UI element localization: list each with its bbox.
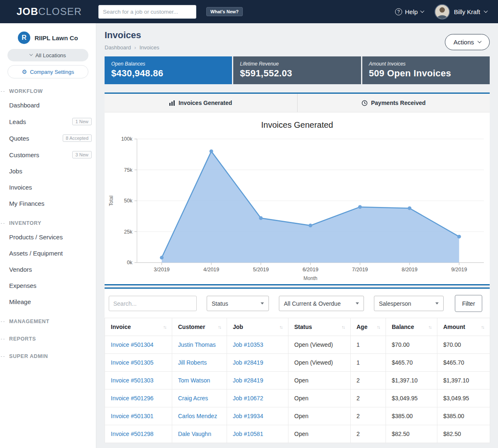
user-menu[interactable]: Billy Kraft bbox=[435, 4, 487, 19]
column-label: Status bbox=[294, 324, 312, 330]
table-row: Invoice #501304 Justin Thomas Job #10353… bbox=[105, 336, 490, 354]
sidebar-item-label: Expenses bbox=[9, 282, 37, 289]
sidebar: R RIIPL Lawn Co All Locations ⚙ Company … bbox=[0, 23, 96, 448]
column-header-invoice[interactable]: Invoice↑↓ bbox=[105, 318, 172, 336]
caret-down-icon bbox=[261, 302, 264, 304]
svg-text:4/2019: 4/2019 bbox=[203, 267, 219, 273]
svg-text:0k: 0k bbox=[127, 260, 133, 265]
customer-cell: Tom Watson bbox=[172, 372, 227, 390]
job-cell: Job #28419 bbox=[227, 354, 288, 372]
amount-cell: $1,397.10 bbox=[437, 372, 490, 390]
tab-invoices-generated[interactable]: Invoices Generated bbox=[105, 94, 297, 112]
customer-cell: Justin Thomas bbox=[172, 336, 227, 354]
invoice-cell: Invoice #501304 bbox=[105, 336, 172, 354]
column-header-job[interactable]: Job↑↓ bbox=[227, 318, 288, 336]
section-label: MANAGEMENT bbox=[9, 319, 49, 324]
current-overdue-select[interactable]: All Current & Overdue bbox=[279, 296, 364, 311]
amount-cell: $465.70 bbox=[437, 354, 490, 372]
customer-link[interactable]: Carlos Mendez bbox=[178, 413, 217, 419]
invoice-link[interactable]: Invoice #501301 bbox=[111, 413, 154, 419]
company-settings-button[interactable]: ⚙ Company Settings bbox=[7, 65, 88, 78]
actions-button[interactable]: Actions bbox=[445, 34, 490, 50]
filter-button[interactable]: Filter bbox=[455, 295, 482, 312]
svg-text:7/2019: 7/2019 bbox=[352, 267, 368, 273]
customer-link[interactable]: Tom Watson bbox=[178, 377, 210, 384]
svg-text:50k: 50k bbox=[124, 198, 133, 204]
job-link[interactable]: Job #28419 bbox=[233, 377, 263, 384]
sort-icon[interactable]: ↑↓ bbox=[163, 324, 166, 329]
invoice-link[interactable]: Invoice #501304 bbox=[111, 341, 154, 348]
sidebar-item-quotes[interactable]: Quotes8 Accepted bbox=[0, 130, 96, 146]
sidebar-item-invoices[interactable]: Invoices bbox=[0, 179, 96, 195]
svg-text:9/2019: 9/2019 bbox=[451, 267, 467, 273]
sort-icon[interactable]: ↑↓ bbox=[279, 324, 282, 329]
whats-new-button[interactable]: What's New? bbox=[206, 7, 243, 16]
customer-link[interactable]: Craig Acres bbox=[178, 395, 208, 402]
sidebar-item-jobs[interactable]: Jobs bbox=[0, 163, 96, 179]
sidebar-item-customers[interactable]: Customers3 New bbox=[0, 146, 96, 163]
section-label: INVENTORY bbox=[9, 220, 42, 226]
tab-payments-received[interactable]: Payments Received bbox=[297, 94, 490, 112]
customer-link[interactable]: Jill Roberts bbox=[178, 359, 207, 366]
job-link[interactable]: Job #10672 bbox=[233, 395, 263, 402]
clock-icon bbox=[361, 100, 368, 106]
job-link[interactable]: Job #28419 bbox=[233, 359, 263, 366]
job-link[interactable]: Job #10353 bbox=[233, 341, 263, 348]
column-header-customer[interactable]: Customer↑↓ bbox=[172, 318, 227, 336]
locations-dropdown[interactable]: All Locations bbox=[7, 49, 88, 61]
age-cell: 2 bbox=[351, 407, 386, 425]
table-filters: Status All Current & Overdue Salesperson… bbox=[105, 289, 490, 318]
invoice-link[interactable]: Invoice #501296 bbox=[111, 395, 154, 402]
sidebar-item-vendors[interactable]: Vendors bbox=[0, 261, 96, 278]
sidebar-item-label: Dashboard bbox=[9, 102, 39, 109]
sidebar-item-leads[interactable]: Leads1 New bbox=[0, 113, 96, 130]
sidebar-item-dashboard[interactable]: Dashboard bbox=[0, 97, 96, 113]
sidebar-item-mileage[interactable]: Mileage bbox=[0, 294, 96, 310]
salesperson-select[interactable]: Salesperson bbox=[374, 296, 444, 311]
sidebar-section-inventory[interactable]: INVENTORY bbox=[0, 217, 96, 229]
company-switcher[interactable]: R RIIPL Lawn Co bbox=[0, 29, 96, 49]
column-header-balance[interactable]: Balance↑↓ bbox=[386, 318, 437, 336]
sidebar-item-my-finances[interactable]: My Finances bbox=[0, 195, 96, 212]
sidebar-section-reports[interactable]: REPORTS bbox=[0, 333, 96, 345]
avatar-silhouette-icon bbox=[435, 5, 449, 19]
chevron-down-icon bbox=[420, 9, 424, 13]
sidebar-item-expenses[interactable]: Expenses bbox=[0, 278, 96, 294]
column-header-amount[interactable]: Amount↑↓ bbox=[437, 318, 490, 336]
customer-link[interactable]: Justin Thomas bbox=[178, 341, 216, 348]
stat-value: 509 Open Invoices bbox=[369, 68, 483, 79]
invoice-link[interactable]: Invoice #501305 bbox=[111, 359, 154, 366]
status-select[interactable]: Status bbox=[207, 296, 269, 311]
sort-icon[interactable]: ↑↓ bbox=[428, 324, 431, 329]
customer-link[interactable]: Dale Vaughn bbox=[178, 431, 211, 437]
column-header-age[interactable]: Age↑↓ bbox=[351, 318, 386, 336]
table-search-input[interactable] bbox=[109, 296, 197, 311]
app-logo[interactable]: JOBCLOSER bbox=[17, 6, 82, 17]
sort-icon[interactable]: ↑↓ bbox=[218, 324, 221, 329]
invoice-link[interactable]: Invoice #501303 bbox=[111, 377, 154, 384]
sidebar-section-super-admin[interactable]: SUPER ADMIN bbox=[0, 350, 96, 362]
amount-cell: $385.00 bbox=[437, 407, 490, 425]
sort-icon[interactable]: ↑↓ bbox=[377, 324, 380, 329]
job-link[interactable]: Job #10581 bbox=[233, 431, 263, 437]
breadcrumb-dashboard[interactable]: Dashboard bbox=[105, 44, 131, 51]
help-menu[interactable]: ? Help bbox=[395, 8, 424, 15]
sidebar-item-assets-equipment[interactable]: Assets / Equipment bbox=[0, 245, 96, 261]
sidebar-item-products-services[interactable]: Products / Services bbox=[0, 229, 96, 245]
job-link[interactable]: Job #19934 bbox=[233, 413, 263, 419]
stat-open-balances: Open Balances $430,948.86 bbox=[105, 56, 232, 84]
sidebar-item-label: Vendors bbox=[9, 266, 32, 273]
user-name: Billy Kraft bbox=[454, 8, 480, 15]
stat-value: $591,552.03 bbox=[240, 68, 354, 79]
global-search-input[interactable] bbox=[98, 5, 196, 19]
chevron-down-icon bbox=[478, 39, 482, 43]
amount-cell: $82.50 bbox=[437, 425, 490, 443]
sidebar-section-management[interactable]: MANAGEMENT bbox=[0, 315, 96, 327]
status-select-value: Status bbox=[212, 300, 228, 307]
age-cell: 1 bbox=[351, 354, 386, 372]
sort-icon[interactable]: ↑↓ bbox=[481, 324, 484, 329]
sidebar-section-workflow[interactable]: WORKFLOW bbox=[0, 85, 96, 97]
column-header-status[interactable]: Status↑↓ bbox=[288, 318, 351, 336]
invoice-link[interactable]: Invoice #501298 bbox=[111, 431, 154, 437]
sort-icon[interactable]: ↑↓ bbox=[342, 324, 344, 329]
